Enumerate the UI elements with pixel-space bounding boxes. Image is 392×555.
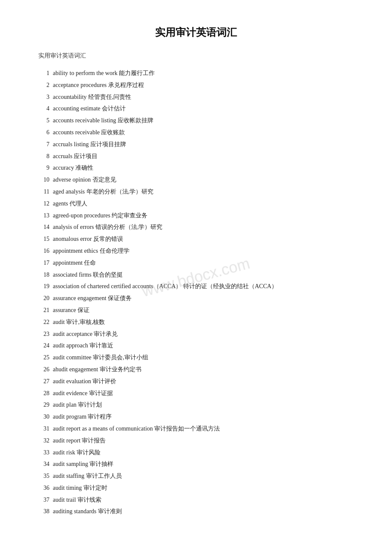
list-item: 16appointment ethics 任命伦理学	[34, 246, 358, 256]
term-number: 36	[34, 483, 49, 493]
term-content: agents 代理人	[53, 199, 358, 209]
list-item: 37audit trail 审计线索	[34, 495, 358, 505]
list-item: 12agents 代理人	[34, 199, 358, 209]
term-content: audit approach 审计靠近	[53, 341, 358, 351]
list-item: 28audit evidence 审计证据	[34, 388, 358, 399]
list-item: 27audit evaluation 审计评价	[34, 376, 358, 387]
term-number: 26	[34, 364, 49, 375]
list-item: 18associated firms 联合的坚挺	[34, 270, 358, 280]
term-content: ability to perform the work 能力履行工作	[53, 68, 358, 78]
term-content: ahudit engagement 审计业务约定书	[53, 364, 358, 375]
term-content: assurance 保证	[53, 305, 358, 315]
term-content: accounts receivable listing 应收帐款挂牌	[53, 116, 358, 126]
list-item: 7accruals listing 应计项目挂牌	[34, 139, 358, 150]
list-item: 4accounting estimate 会计估计	[34, 104, 358, 114]
list-item: 26ahudit engagement 审计业务约定书	[34, 364, 358, 375]
list-item: 21assurance 保证	[34, 305, 358, 315]
term-content: audit report 审计报告	[53, 436, 358, 446]
term-content: association of chartered certified accou…	[53, 281, 358, 292]
term-content: accruals 应计项目	[53, 151, 358, 162]
list-item: 32audit report 审计报告	[34, 436, 358, 446]
list-item: 2acceptance procedures 承兑程序过程	[34, 80, 358, 90]
term-number: 11	[34, 187, 49, 197]
term-number: 22	[34, 317, 49, 327]
term-content: aged analysis 年老的分析（法,学）研究	[53, 187, 358, 197]
list-item: 11aged analysis 年老的分析（法,学）研究	[34, 187, 358, 197]
term-content: auditing standards 审计准则	[53, 506, 358, 517]
term-number: 27	[34, 376, 49, 387]
list-item: 17appointment 任命	[34, 258, 358, 268]
term-content: audit program 审计程序	[53, 412, 358, 422]
term-content: accounting estimate 会计估计	[53, 104, 358, 114]
term-number: 19	[34, 281, 49, 292]
list-item: 9accuracy 准确性	[34, 163, 358, 173]
list-item: 15anomalous error 反常的错误	[34, 234, 358, 244]
list-item: 1ability to perform the work 能力履行工作	[34, 68, 358, 78]
term-content: audit plan 审计计划	[53, 400, 358, 410]
list-item: 19association of chartered certified acc…	[34, 281, 358, 292]
term-number: 12	[34, 199, 49, 209]
term-content: audit risk 审计风险	[53, 448, 358, 458]
term-content: anomalous error 反常的错误	[53, 234, 358, 244]
list-item: 13agreed-upon procedures 约定审查业务	[34, 211, 358, 221]
term-content: accountability 经管责任,问责性	[53, 92, 358, 102]
term-number: 30	[34, 412, 49, 422]
term-number: 24	[34, 341, 49, 351]
term-list: 1ability to perform the work 能力履行工作2acce…	[34, 68, 358, 517]
term-content: accruals listing 应计项目挂牌	[53, 139, 358, 150]
term-content: audit acceptance 审计承兑	[53, 329, 358, 339]
term-number: 9	[34, 163, 49, 173]
term-content: audit evaluation 审计评价	[53, 376, 358, 387]
term-content: appointment ethics 任命伦理学	[53, 246, 358, 256]
term-number: 31	[34, 424, 49, 434]
term-number: 28	[34, 388, 49, 399]
term-number: 7	[34, 139, 49, 150]
term-number: 16	[34, 246, 49, 256]
list-item: 29audit plan 审计计划	[34, 400, 358, 410]
list-item: 30audit program 审计程序	[34, 412, 358, 422]
list-item: 35audit staffing 审计工作人员	[34, 471, 358, 481]
list-item: 36audit timing 审计定时	[34, 483, 358, 493]
term-content: audit timing 审计定时	[53, 483, 358, 493]
term-content: acceptance procedures 承兑程序过程	[53, 80, 358, 90]
term-number: 37	[34, 495, 49, 505]
term-number: 13	[34, 211, 49, 221]
term-number: 15	[34, 234, 49, 244]
list-item: 8accruals 应计项目	[34, 151, 358, 162]
term-content: audit trail 审计线索	[53, 495, 358, 505]
term-content: audit 审计,审核,核数	[53, 317, 358, 327]
list-item: 31audit report as a means of communicati…	[34, 424, 358, 434]
list-item: 10adverse opinion 否定意见	[34, 175, 358, 185]
term-content: agreed-upon procedures 约定审查业务	[53, 211, 358, 221]
term-number: 14	[34, 222, 49, 232]
term-content: assurance engagement 保证债务	[53, 293, 358, 304]
term-content: audit sampling 审计抽样	[53, 459, 358, 469]
term-number: 23	[34, 329, 49, 339]
term-number: 34	[34, 459, 49, 469]
list-item: 6accounts receivable 应收账款	[34, 127, 358, 138]
term-number: 2	[34, 80, 49, 90]
term-number: 29	[34, 400, 49, 410]
term-content: audit committee 审计委员会,审计小组	[53, 353, 358, 363]
page-title: 实用审计英语词汇	[34, 26, 358, 39]
term-number: 6	[34, 127, 49, 138]
term-number: 32	[34, 436, 49, 446]
term-number: 21	[34, 305, 49, 315]
term-content: accuracy 准确性	[53, 163, 358, 173]
list-item: 14analysis of errors 错误的分析（法,学）研究	[34, 222, 358, 232]
list-item: 22audit 审计,审核,核数	[34, 317, 358, 327]
term-number: 33	[34, 448, 49, 458]
term-content: accounts receivable 应收账款	[53, 127, 358, 138]
term-number: 1	[34, 68, 49, 78]
term-content: audit evidence 审计证据	[53, 388, 358, 399]
list-item: 3accountability 经管责任,问责性	[34, 92, 358, 102]
list-item: 34audit sampling 审计抽样	[34, 459, 358, 469]
list-item: 20assurance engagement 保证债务	[34, 293, 358, 304]
list-item: 38auditing standards 审计准则	[34, 506, 358, 517]
list-item: 23audit acceptance 审计承兑	[34, 329, 358, 339]
subtitle: 实用审计英语词汇	[34, 52, 358, 60]
term-number: 25	[34, 353, 49, 363]
term-number: 18	[34, 270, 49, 280]
term-number: 20	[34, 293, 49, 304]
term-number: 38	[34, 506, 49, 517]
